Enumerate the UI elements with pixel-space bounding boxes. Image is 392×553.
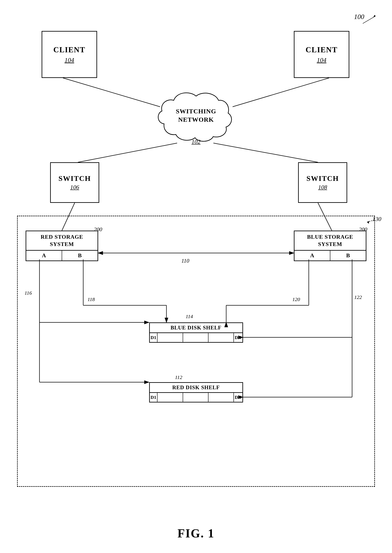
- client-left-box: CLIENT 104: [42, 31, 97, 78]
- red-storage-system: RED STORAGE SYSTEM A B: [26, 231, 98, 261]
- svg-line-3: [363, 16, 376, 23]
- switch-right-box: SWITCH 108: [298, 162, 347, 203]
- client-right-box: CLIENT 104: [294, 31, 349, 78]
- switch-right-ref: 108: [318, 184, 327, 191]
- client-right-ref: 104: [317, 56, 327, 64]
- red-disk-d1: D1: [150, 393, 158, 402]
- ref-200-right: 200: [359, 226, 367, 233]
- switch-right-label: SWITCH: [306, 174, 339, 183]
- client-left-label: CLIENT: [53, 45, 85, 54]
- red-storage-cell-b: B: [62, 251, 98, 261]
- blue-storage-cell-a: A: [294, 251, 330, 261]
- blue-disk-dn: DN: [234, 333, 242, 342]
- switch-left-ref: 106: [70, 184, 79, 191]
- red-disk-dn: DN: [234, 393, 242, 402]
- blue-storage-cell-b: B: [330, 251, 366, 261]
- red-storage-cell-a: A: [26, 251, 62, 261]
- ref-100-label: 100: [354, 13, 364, 21]
- switching-network-label: SWITCHING NETWORK: [176, 107, 216, 124]
- blue-storage-system: BLUE STORAGE SYSTEM A B: [294, 231, 366, 261]
- blue-disk-d1: D1: [150, 333, 158, 342]
- svg-marker-4: [373, 15, 376, 17]
- client-left-ref: 104: [65, 56, 74, 64]
- red-disk-shelf: RED DISK SHELF D1 DN: [149, 382, 243, 403]
- red-disk-shelf-title: RED DISK SHELF: [150, 383, 242, 392]
- svg-line-5: [63, 78, 160, 107]
- figure-label: FIG. 1: [178, 526, 215, 540]
- switching-network: SWITCHING NETWORK 102: [155, 90, 237, 145]
- svg-line-6: [233, 78, 329, 107]
- blue-storage-title: BLUE STORAGE SYSTEM: [294, 231, 366, 250]
- svg-line-8: [213, 143, 318, 162]
- switch-left-box: SWITCH 106: [50, 162, 99, 203]
- switch-left-label: SWITCH: [58, 174, 91, 183]
- client-right-label: CLIENT: [306, 45, 338, 54]
- diagram: 100 CLIENT 104 CLIENT 104 SWITCHING NETW…: [0, 0, 392, 553]
- blue-disk-shelf-title: BLUE DISK SHELF: [150, 323, 242, 333]
- red-storage-title: RED STORAGE SYSTEM: [26, 231, 98, 250]
- ref-200-left: 200: [94, 226, 102, 233]
- switching-network-ref: 102: [192, 138, 201, 145]
- svg-line-7: [78, 143, 177, 162]
- blue-disk-shelf: BLUE DISK SHELF D1 DN: [149, 322, 243, 343]
- ref-130-label: 130: [372, 216, 381, 222]
